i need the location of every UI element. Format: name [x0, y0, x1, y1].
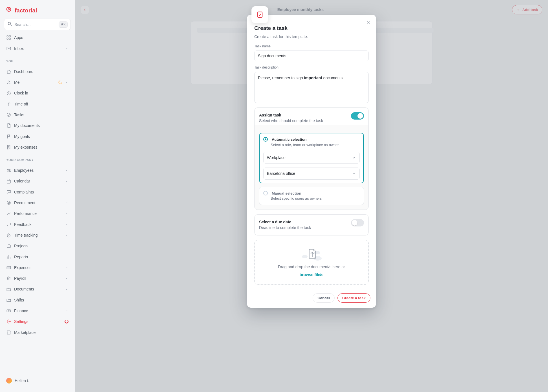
create-task-button[interactable]: Create a task — [337, 293, 370, 303]
sidebar-item-label: Inbox — [14, 46, 24, 51]
task-desc-prefix: Please, remember to sign — [258, 76, 304, 80]
sidebar-item-reports[interactable]: Reports — [4, 252, 71, 262]
main: Employee monthly tasks Add task — [75, 0, 548, 392]
sidebar-item-label: Expenses — [14, 265, 31, 270]
svg-point-5 — [314, 251, 320, 254]
radio-manual-desc: Select specific users as owners — [271, 196, 360, 201]
sidebar-item-recruitment[interactable]: Recruitment — [4, 198, 71, 208]
sidebar-item-settings[interactable]: Settings — [4, 316, 71, 327]
sidebar-item-shifts[interactable]: Shifts — [4, 295, 71, 305]
radio-automatic-dot — [263, 137, 268, 142]
select-value-text: Barcelona office — [267, 171, 295, 176]
sidebar-item-feedback[interactable]: Feedback — [4, 219, 71, 230]
sidebar-item-marketplace[interactable]: Marketplace — [4, 327, 71, 338]
sidebar-item-employees[interactable]: Employees — [4, 165, 71, 175]
sidebar-item-timetracking[interactable]: Time tracking — [4, 230, 71, 240]
sidebar-item-label: Shifts — [14, 297, 24, 303]
user-row[interactable]: Hellen t. — [4, 375, 71, 386]
sidebar-item-tasks[interactable]: Tasks — [4, 110, 71, 120]
radio-automatic[interactable]: Automatic selection Select a role, team … — [259, 133, 364, 183]
sidebar-item-label: Finance — [14, 308, 28, 314]
task-name-label: Task name — [254, 44, 369, 49]
sidebar-item-finance[interactable]: Finance — [4, 306, 71, 316]
sidebar: factorial Search… ⌘K AppsInbox YOU Dashb… — [0, 0, 75, 392]
sidebar-item-performance[interactable]: Performance — [4, 208, 71, 219]
dropzone-text: Drag and drop the document/s here or — [278, 265, 345, 269]
sidebar-item-label: My documents — [14, 123, 40, 128]
task-desc-input[interactable]: Please, remember to sign important docum… — [254, 72, 369, 103]
assign-toggle[interactable] — [351, 112, 364, 120]
sidebar-item-projects[interactable]: Projects — [4, 241, 71, 251]
brand: factorial — [4, 5, 71, 16]
close-button[interactable] — [364, 18, 373, 27]
sidebar-item-payroll[interactable]: Payroll — [4, 273, 71, 283]
speech-icon — [6, 222, 11, 227]
svg-rect-3 — [258, 12, 262, 17]
assign-options: Automatic selection Select a role, team … — [254, 125, 369, 210]
assign-title: Assign task — [259, 112, 323, 118]
receipt-icon — [6, 145, 11, 150]
flag-icon — [6, 134, 11, 139]
briefcase-icon — [6, 243, 11, 248]
stopwatch-icon — [6, 233, 11, 238]
select-type[interactable]: Workplace — [263, 152, 360, 164]
sidebar-item-mydocs[interactable]: My documents — [4, 120, 71, 131]
sidebar-you-nav: DashboardMeClock inTime offTasksMy docum… — [4, 67, 71, 152]
due-subtitle: Deadline to complete the task — [259, 225, 311, 230]
people-icon — [6, 168, 11, 173]
chevron-down-icon — [352, 171, 356, 176]
sidebar-item-label: Employees — [14, 168, 34, 173]
search-icon — [7, 21, 12, 28]
search-input[interactable]: Search… ⌘K — [4, 19, 71, 30]
clock-icon — [6, 91, 11, 96]
sidebar-item-calendar[interactable]: Calendar — [4, 176, 71, 186]
svg-point-4 — [302, 255, 308, 258]
cancel-button[interactable]: Cancel — [313, 293, 335, 303]
assign-subtitle: Select who should complete the task — [259, 118, 323, 124]
sidebar-item-label: Recruitment — [14, 200, 35, 206]
section-you-label: YOU — [6, 59, 68, 64]
target-icon — [6, 200, 11, 205]
sidebar-item-label: Tasks — [14, 112, 24, 118]
sidebar-item-clockin[interactable]: Clock in — [4, 88, 71, 98]
gear-icon — [6, 319, 11, 324]
user-name: Hellen t. — [15, 378, 29, 384]
dropzone[interactable]: Drag and drop the document/s here or bro… — [254, 240, 369, 285]
sidebar-item-documents[interactable]: Documents — [4, 284, 71, 294]
section-company-label: YOUR COMPANY — [6, 158, 68, 162]
sidebar-item-complaints[interactable]: Complaints — [4, 187, 71, 197]
folder-icon — [6, 298, 11, 303]
sidebar-item-label: Documents — [14, 286, 34, 292]
palm-icon — [6, 102, 11, 107]
select-value[interactable]: Barcelona office — [263, 168, 360, 179]
brand-icon — [6, 6, 12, 15]
calendar-icon — [6, 179, 11, 184]
store-icon — [6, 330, 11, 335]
card-icon — [6, 265, 11, 270]
sidebar-item-label: Performance — [14, 211, 37, 216]
sidebar-item-dashboard[interactable]: Dashboard — [4, 67, 71, 77]
bank-icon — [6, 276, 11, 281]
check-icon — [6, 112, 11, 117]
sidebar-item-label: Payroll — [14, 276, 26, 281]
task-name-input[interactable] — [254, 50, 369, 61]
due-toggle[interactable] — [351, 219, 364, 226]
sidebar-item-inbox[interactable]: Inbox — [4, 43, 71, 54]
radio-manual[interactable]: Manual selection Select specific users a… — [259, 187, 364, 205]
checklist-icon — [256, 11, 264, 19]
user-icon — [6, 80, 11, 85]
trend-icon — [6, 211, 11, 216]
task-desc-strong: important — [304, 76, 322, 80]
sidebar-item-expenses[interactable]: Expenses — [4, 263, 71, 273]
search-kbd: ⌘K — [59, 21, 68, 28]
sidebar-item-timeoff[interactable]: Time off — [4, 99, 71, 109]
sidebar-item-me[interactable]: Me — [4, 77, 71, 87]
folder-icon — [6, 287, 11, 292]
modal-area: Create a task Create a task for this tem… — [75, 0, 548, 392]
sidebar-item-myexpenses[interactable]: My expenses — [4, 142, 71, 152]
sidebar-item-apps[interactable]: Apps — [4, 32, 71, 43]
sidebar-item-mygoals[interactable]: My goals — [4, 131, 71, 142]
browse-files-link[interactable]: browse file/s — [300, 272, 324, 278]
sidebar-item-label: Reports — [14, 254, 28, 260]
doc-icon — [6, 123, 11, 128]
